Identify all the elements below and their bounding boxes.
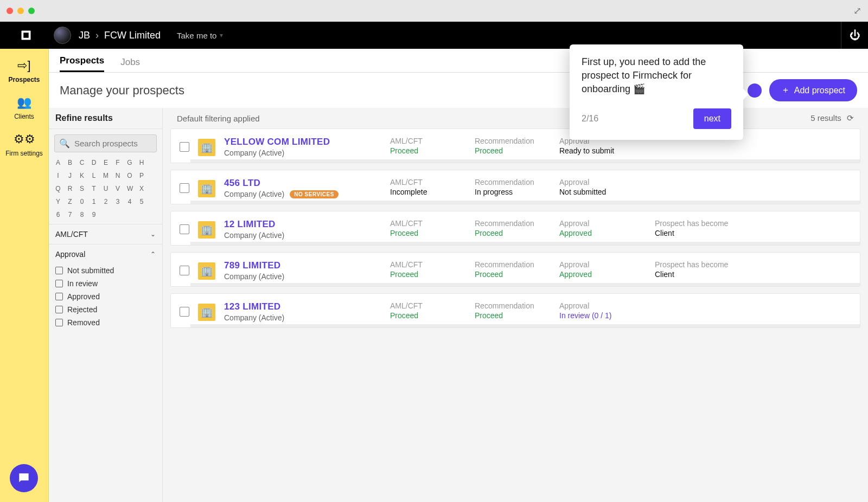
- prospect-row[interactable]: 🏢12 LIMITEDCompany (Active) AML/CFTProce…: [170, 211, 860, 246]
- add-prospect-button[interactable]: ＋ Add prospect: [769, 79, 857, 101]
- alpha-letter[interactable]: S: [79, 185, 85, 192]
- alpha-letter[interactable]: Y: [55, 198, 61, 205]
- take-me-to-label: Take me to: [177, 31, 216, 40]
- search-field[interactable]: [74, 139, 152, 148]
- alpha-letter[interactable]: Q: [55, 185, 61, 192]
- sidebar-item-clients[interactable]: 👥 Clients: [14, 95, 34, 120]
- checkbox-icon: [55, 293, 63, 300]
- alpha-letter[interactable]: W: [127, 185, 132, 192]
- window-maximize-button[interactable]: [28, 8, 35, 14]
- alpha-letter[interactable]: N: [115, 172, 120, 179]
- alpha-letter[interactable]: Z: [67, 198, 73, 205]
- row-checkbox[interactable]: [180, 266, 189, 275]
- building-icon: 🏢: [198, 139, 215, 156]
- alpha-letter[interactable]: X: [139, 185, 144, 192]
- filter-option[interactable]: Removed: [55, 318, 156, 327]
- alpha-letter[interactable]: V: [115, 185, 120, 192]
- alpha-filter: ABCDEFGHIJKLMNOPQRSTUVWXYZ0123456789: [49, 158, 162, 224]
- alpha-letter[interactable]: 7: [67, 211, 73, 218]
- alpha-letter[interactable]: K: [79, 172, 85, 179]
- search-prospects-input[interactable]: 🔍: [54, 134, 157, 152]
- sidebar-item-firm-settings[interactable]: ⚙⚙ Firm settings: [5, 132, 43, 157]
- prospect-name[interactable]: 123 LIMITED: [224, 301, 381, 312]
- alpha-letter[interactable]: 6: [55, 211, 61, 218]
- row-checkbox[interactable]: [180, 307, 189, 317]
- prospect-row[interactable]: 🏢789 LIMITEDCompany (Active) AML/CFTProc…: [170, 252, 860, 287]
- prospect-row[interactable]: 🏢456 LTDCompany (Active) NO SERVICESAML/…: [170, 170, 860, 204]
- alpha-letter[interactable]: P: [139, 172, 144, 179]
- alpha-letter[interactable]: 5: [139, 198, 144, 205]
- alpha-letter[interactable]: M: [103, 172, 108, 179]
- checkbox-icon: [55, 280, 63, 287]
- alpha-letter[interactable]: A: [55, 159, 61, 166]
- tab-jobs[interactable]: Jobs: [120, 57, 140, 72]
- col-value-approval: Not submitted: [559, 188, 646, 196]
- window-close-button[interactable]: [7, 8, 13, 14]
- filter-option[interactable]: Not submitted: [55, 266, 156, 275]
- alpha-letter[interactable]: L: [91, 172, 97, 179]
- filter-option[interactable]: In review: [55, 279, 156, 288]
- building-icon: 🏢: [198, 221, 215, 239]
- alpha-letter[interactable]: C: [79, 159, 85, 166]
- tour-step-indicator: 2/16: [582, 114, 598, 124]
- alpha-letter[interactable]: 1: [91, 198, 97, 205]
- tour-next-button[interactable]: next: [693, 108, 731, 129]
- col-label-become: Prospect has become: [655, 219, 747, 228]
- logout-button[interactable]: ⏻: [841, 22, 868, 49]
- refresh-icon[interactable]: ⟳: [847, 113, 854, 123]
- checkbox-icon: [55, 319, 63, 326]
- breadcrumb: JB › FCW Limited: [79, 30, 161, 41]
- breadcrumb-user[interactable]: JB: [79, 30, 90, 41]
- take-me-to-dropdown[interactable]: Take me to ▾: [177, 31, 223, 40]
- filter-amlcft-toggle[interactable]: AML/CFT ⌄: [49, 224, 162, 244]
- alpha-letter[interactable]: T: [91, 185, 97, 192]
- alpha-letter[interactable]: G: [127, 159, 132, 166]
- breadcrumb-company[interactable]: FCW Limited: [104, 30, 161, 41]
- filter-approval-label: Approval: [55, 250, 85, 259]
- page-title: Manage your prospects: [60, 83, 184, 98]
- alpha-letter[interactable]: B: [67, 159, 73, 166]
- sidebar-item-prospects[interactable]: ⇨] Prospects: [8, 59, 40, 83]
- expand-icon[interactable]: ⤢: [853, 5, 861, 17]
- onboarding-tour-popup: First up, you need to add the prospect t…: [570, 44, 743, 140]
- alpha-letter[interactable]: 0: [79, 198, 85, 205]
- alpha-letter[interactable]: H: [139, 159, 144, 166]
- help-chat-button[interactable]: [10, 464, 38, 492]
- alpha-letter[interactable]: 9: [91, 211, 97, 218]
- filter-approval-options: Not submittedIn reviewApprovedRejectedRe…: [49, 264, 162, 333]
- prospect-name[interactable]: 789 LIMITED: [224, 260, 381, 271]
- prospect-name[interactable]: YELLOW COM LIMITED: [224, 137, 381, 147]
- row-checkbox[interactable]: [180, 224, 189, 234]
- sidebar-nav: ⇨] Prospects 👥 Clients ⚙⚙ Firm settings: [0, 49, 49, 502]
- alpha-letter[interactable]: I: [55, 172, 61, 179]
- prospect-row[interactable]: 🏢YELLOW COM LIMITEDCompany (Active) AML/…: [170, 128, 860, 163]
- filter-approval-toggle[interactable]: Approval ⌃: [49, 244, 162, 264]
- alpha-letter[interactable]: R: [67, 185, 73, 192]
- row-checkbox[interactable]: [180, 183, 189, 193]
- prospect-row[interactable]: 🏢123 LIMITEDCompany (Active) AML/CFTProc…: [170, 293, 860, 328]
- search-icon: 🔍: [59, 138, 70, 149]
- filter-option[interactable]: Rejected: [55, 305, 156, 314]
- alpha-letter[interactable]: O: [127, 172, 132, 179]
- alpha-letter[interactable]: U: [103, 185, 108, 192]
- user-avatar[interactable]: [54, 27, 71, 44]
- app-logo[interactable]: [0, 29, 52, 42]
- alpha-letter[interactable]: J: [67, 172, 73, 179]
- alpha-letter[interactable]: 8: [79, 211, 85, 218]
- sidebar-label-firm: Firm settings: [5, 150, 43, 157]
- alpha-letter[interactable]: E: [103, 159, 108, 166]
- alpha-letter[interactable]: F: [115, 159, 120, 166]
- filter-option[interactable]: Approved: [55, 292, 156, 301]
- prospect-name[interactable]: 12 LIMITED: [224, 219, 381, 230]
- alpha-letter[interactable]: 3: [115, 198, 120, 205]
- alpha-letter[interactable]: 4: [127, 198, 132, 205]
- col-value-approval: In review (0 / 1): [559, 311, 646, 320]
- alpha-letter[interactable]: 2: [103, 198, 108, 205]
- tab-prospects[interactable]: Prospects: [60, 55, 104, 72]
- tour-indicator-dot[interactable]: [748, 83, 762, 98]
- prospect-name[interactable]: 456 LTD: [224, 178, 381, 189]
- row-checkbox[interactable]: [180, 142, 189, 152]
- window-minimize-button[interactable]: [17, 8, 24, 14]
- alpha-letter[interactable]: D: [91, 159, 97, 166]
- col-value-rec: Proceed: [475, 270, 551, 279]
